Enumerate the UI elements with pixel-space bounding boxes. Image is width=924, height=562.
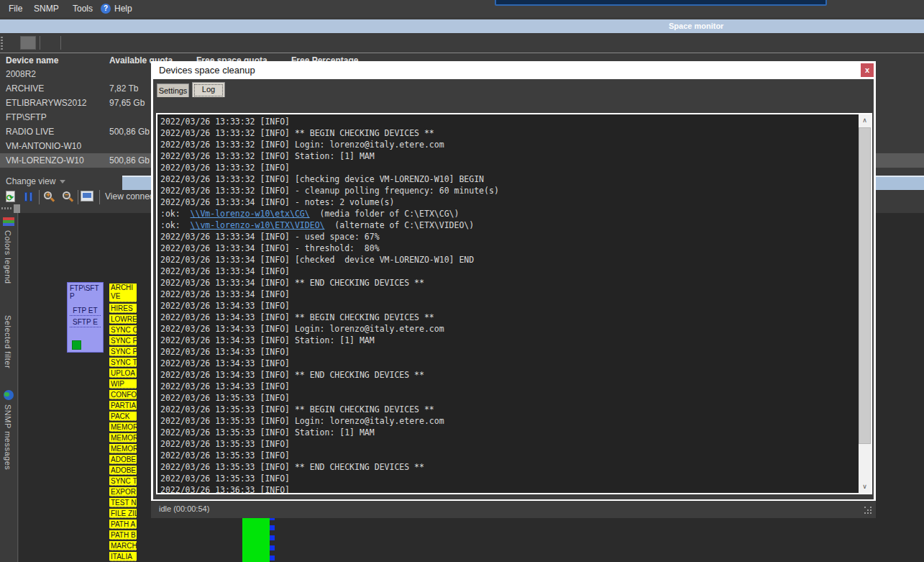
log-line: 2022/03/26 13:35:33 [INFO] ** BEGIN CHEC… bbox=[160, 404, 858, 415]
device-list-item[interactable]: MEMOR bbox=[109, 444, 137, 453]
log-line: :ok: \\vm-lorenzo-w10\ETX\VIDEO\ (altern… bbox=[160, 219, 858, 231]
device-list-item[interactable]: ADOBE bbox=[109, 466, 137, 475]
pause-icon[interactable] bbox=[24, 192, 33, 201]
device-list-item[interactable]: PATH A bbox=[109, 520, 137, 529]
device-list-item[interactable]: SYNC T bbox=[109, 358, 137, 367]
dialog-status-bar: idle (00:00:54) bbox=[151, 499, 876, 518]
device-list-item[interactable]: PARTIA bbox=[109, 401, 137, 410]
sidebar-item-colors-legend[interactable]: Colors legend bbox=[4, 230, 12, 284]
colors-legend-icon bbox=[3, 217, 14, 227]
scrollbar-thumb[interactable] bbox=[859, 127, 871, 444]
log-line: 2022/03/26 13:35:33 [INFO] Login: lorenz… bbox=[160, 415, 858, 427]
toolbar-separator bbox=[60, 36, 61, 50]
log-view-icon[interactable] bbox=[81, 191, 93, 201]
device-list-item[interactable]: WIP bbox=[109, 379, 137, 389]
device-list-item[interactable]: ARCHIVE bbox=[109, 284, 137, 302]
log-line: :ok: \\Vm-lorenzo-w10\etx\CG\ (media fol… bbox=[160, 208, 858, 219]
space-monitor-window: File SNMP Tools ? Help Space monitor Dev… bbox=[0, 0, 924, 562]
device-list-item[interactable]: MEMOR bbox=[109, 433, 137, 443]
tab-log[interactable]: Log bbox=[192, 82, 225, 97]
log-line: 2022/03/26 13:34:33 [INFO] Login: lorenz… bbox=[160, 323, 858, 335]
menu-snmp[interactable]: SNMP bbox=[29, 0, 63, 17]
device-list-item[interactable]: PATH B bbox=[109, 530, 137, 540]
device-list-item[interactable]: HIRES bbox=[109, 304, 137, 313]
table-cell: ARCHIVE bbox=[6, 81, 44, 96]
log-line: 2022/03/26 13:35:33 [INFO] bbox=[160, 473, 858, 484]
scroll-strip bbox=[0, 204, 153, 213]
table-cell: VM-ANTONIO-W10 bbox=[6, 139, 81, 153]
menu-help[interactable]: Help bbox=[110, 0, 137, 17]
log-line: 2022/03/26 13:33:34 [INFO] [checked devi… bbox=[160, 254, 858, 266]
column-device-name[interactable]: Device name bbox=[6, 53, 58, 68]
log-line: 2022/03/26 13:34:33 [INFO] Station: [1] … bbox=[160, 335, 858, 346]
device-node-item[interactable]: SFTP E bbox=[70, 317, 101, 327]
log-line: 2022/03/26 13:33:34 [INFO] - notes: 2 vo… bbox=[160, 196, 858, 208]
log-path-link[interactable]: \\vm-lorenzo-w10\ETX\VIDEO\ bbox=[191, 220, 325, 230]
log-line: 2022/03/26 13:33:32 [INFO] Station: [1] … bbox=[160, 150, 858, 162]
log-line: 2022/03/26 13:33:34 [INFO] ** END CHECKI… bbox=[160, 277, 858, 289]
device-list-item[interactable]: ADOBE bbox=[109, 455, 137, 464]
device-list-item[interactable]: TEST N bbox=[109, 498, 137, 507]
menu-tools[interactable]: Tools bbox=[68, 0, 97, 17]
device-list-item[interactable]: SYNC F bbox=[109, 336, 137, 345]
filter-icon bbox=[4, 301, 14, 311]
help-icon: ? bbox=[101, 4, 111, 14]
device-list-item[interactable]: CONFO bbox=[109, 390, 137, 399]
log-line: 2022/03/26 13:33:32 [INFO] bbox=[160, 162, 858, 173]
zoom-in-icon[interactable]: + bbox=[43, 191, 55, 204]
log-scrollbar[interactable]: ∧ ∨ bbox=[859, 114, 871, 493]
toolbar-separator bbox=[99, 190, 100, 204]
scroll-up-icon[interactable]: ∧ bbox=[859, 114, 871, 127]
menu-file[interactable]: File bbox=[4, 0, 27, 17]
view-toolbar: + − View connect bbox=[0, 189, 153, 205]
change-view-dropdown[interactable]: Change view bbox=[6, 176, 65, 186]
log-line: 2022/03/26 13:35:33 [INFO] ** END CHECKI… bbox=[160, 461, 858, 473]
strip-thumb[interactable] bbox=[14, 204, 20, 213]
device-list-item[interactable]: MEMOR bbox=[109, 422, 137, 432]
device-list-item[interactable]: SYNC T bbox=[109, 476, 137, 486]
device-list-item[interactable]: SYNC P bbox=[109, 347, 137, 356]
dialog-title-bar[interactable]: Devices space cleanup x bbox=[151, 61, 876, 79]
toolbar-grip[interactable] bbox=[1, 37, 3, 50]
table-cell: FTP\SFTP bbox=[6, 110, 47, 124]
device-list-item[interactable]: ITALIA bbox=[109, 552, 137, 561]
log-line: 2022/03/26 13:34:33 [INFO] bbox=[160, 381, 858, 392]
resize-grip[interactable] bbox=[864, 507, 873, 515]
device-list-item[interactable]: UPLOA bbox=[109, 368, 137, 378]
log-line: 2022/03/26 13:34:33 [INFO] ** END CHECKI… bbox=[160, 369, 858, 381]
log-line: 2022/03/26 13:35:33 [INFO] bbox=[160, 392, 858, 404]
toolbar-button[interactable] bbox=[20, 36, 36, 50]
table-cell: 97,65 Gb bbox=[109, 96, 145, 110]
device-list-item[interactable]: MARCH bbox=[109, 541, 137, 550]
device-list-item[interactable]: FILE ZIL bbox=[109, 509, 137, 518]
device-list-item[interactable]: PACK bbox=[109, 412, 137, 421]
device-list-item[interactable]: EXPOR bbox=[109, 487, 137, 497]
device-list-item[interactable]: SYNC C bbox=[109, 325, 137, 335]
log-line: 2022/03/26 13:36:33 [INFO] bbox=[160, 484, 858, 493]
log-path-link[interactable]: \\Vm-lorenzo-w10\etx\CG\ bbox=[191, 209, 310, 219]
log-line: 2022/03/26 13:33:34 [INFO] bbox=[160, 289, 858, 300]
log-line: 2022/03/26 13:34:33 [INFO] bbox=[160, 358, 858, 369]
scroll-down-icon[interactable]: ∨ bbox=[859, 481, 871, 493]
sidebar-item-selected-filter[interactable]: Selected filter bbox=[4, 315, 12, 368]
log-lines: 2022/03/26 13:33:32 [INFO]2022/03/26 13:… bbox=[160, 116, 858, 493]
close-icon[interactable]: x bbox=[861, 63, 874, 77]
device-node-item[interactable]: FTP ET bbox=[70, 306, 101, 316]
tab-settings[interactable]: Settings bbox=[157, 83, 189, 97]
devices-space-cleanup-dialog: Devices space cleanup x Settings Log 202… bbox=[151, 79, 876, 518]
sidebar-item-snmp-messages[interactable]: SNMP messages bbox=[4, 404, 12, 470]
log-line: 2022/03/26 13:33:34 [INFO] bbox=[160, 266, 858, 277]
log-line: 2022/03/26 13:33:34 [INFO] - threshold: … bbox=[160, 243, 858, 254]
device-list-item[interactable]: LOWRE bbox=[109, 314, 137, 324]
log-line: 2022/03/26 13:34:33 [INFO] bbox=[160, 346, 858, 358]
device-node-ftp-sftp[interactable]: FTP\SFTP FTP ET SFTP E bbox=[67, 282, 104, 353]
refresh-icon[interactable] bbox=[6, 191, 15, 202]
view-connections-button[interactable]: View connect bbox=[105, 191, 153, 201]
status-green-square bbox=[72, 340, 81, 350]
log-area: 2022/03/26 13:33:32 [INFO]2022/03/26 13:… bbox=[157, 114, 871, 493]
log-frame: 2022/03/26 13:33:32 [INFO]2022/03/26 13:… bbox=[156, 113, 872, 494]
zoom-out-icon[interactable]: − bbox=[62, 191, 74, 204]
page-title: Space monitor bbox=[669, 22, 723, 30]
toolbar-separator bbox=[39, 190, 40, 204]
log-line: 2022/03/26 13:33:32 [INFO] ** BEGIN CHEC… bbox=[160, 127, 858, 139]
